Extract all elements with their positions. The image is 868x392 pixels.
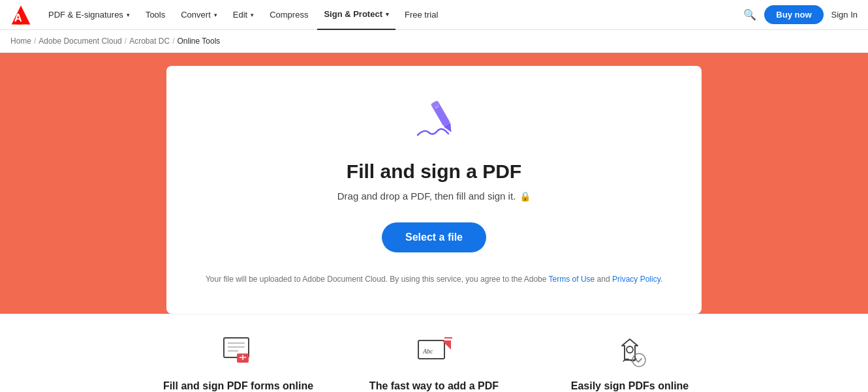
feature-sign-online: Easily sign PDFs online (532, 335, 728, 392)
chevron-down-icon: ▾ (251, 12, 254, 18)
lock-icon: 🔒 (519, 191, 531, 202)
breadcrumb-current: Online Tools (178, 37, 221, 46)
feature-fill-sign-forms: Fill and sign PDF forms online (140, 335, 336, 392)
fill-sign-hero-icon (408, 97, 460, 145)
add-signature-icon: Abc (414, 335, 454, 370)
select-file-button[interactable]: Select a file (382, 222, 486, 252)
nav-item-free-trial[interactable]: Free trial (398, 0, 444, 30)
breadcrumb-acrobat-dc[interactable]: Acrobat DC (129, 37, 170, 46)
sign-in-link[interactable]: Sign In (831, 10, 858, 20)
breadcrumb-sep: / (172, 37, 174, 46)
hero-title: Fill and sign a PDF (347, 160, 521, 183)
nav-item-pdf-esig[interactable]: PDF & E-signatures ▾ (42, 0, 136, 30)
hero-legal-text: Your file will be uploaded to Adobe Docu… (206, 273, 662, 285)
svg-text:Abc: Abc (422, 348, 433, 355)
chevron-down-icon: ▾ (127, 12, 130, 18)
svg-text:A: A (14, 12, 22, 24)
svg-marker-16 (442, 340, 451, 350)
hero-subtitle: Drag and drop a PDF, then fill and sign … (337, 190, 531, 202)
privacy-policy-link[interactable]: Privacy Policy (612, 275, 660, 284)
hero-wrapper: Fill and sign a PDF Drag and drop a PDF,… (0, 53, 868, 314)
feature-add-signature: Abc The fast way to add a PDF signature (336, 335, 532, 392)
chevron-down-icon: ▾ (214, 12, 217, 18)
search-icon[interactable]: 🔍 (743, 8, 756, 21)
breadcrumb: Home / Adobe Document Cloud / Acrobat DC… (0, 30, 868, 53)
navbar: A PDF & E-signatures ▾ Tools Convert ▾ E… (0, 0, 868, 30)
nav-item-compress[interactable]: Compress (263, 0, 315, 30)
nav-item-edit[interactable]: Edit ▾ (226, 0, 260, 30)
feature-title-fill-sign: Fill and sign PDF forms online (163, 380, 313, 392)
terms-of-use-link[interactable]: Terms of Use (549, 275, 595, 284)
breadcrumb-document-cloud[interactable]: Adobe Document Cloud (39, 37, 121, 46)
features-row: Fill and sign PDF forms online Abc The f… (0, 314, 868, 392)
nav-item-tools[interactable]: Tools (139, 0, 172, 30)
chevron-down-icon: ▾ (386, 11, 389, 18)
nav-item-sign-protect[interactable]: Sign & Protect ▾ (317, 0, 395, 30)
nav-item-convert[interactable]: Convert ▾ (174, 0, 224, 30)
hero-card: Fill and sign a PDF Drag and drop a PDF,… (166, 66, 702, 314)
svg-point-18 (627, 346, 633, 353)
fill-sign-forms-icon (219, 335, 258, 370)
feature-title-sign-online: Easily sign PDFs online (571, 380, 689, 392)
breadcrumb-sep: / (125, 37, 127, 46)
buy-now-button[interactable]: Buy now (764, 5, 823, 24)
breadcrumb-sep: / (34, 37, 36, 46)
breadcrumb-home[interactable]: Home (10, 37, 31, 46)
sign-online-icon (610, 335, 649, 370)
adobe-logo[interactable]: A (10, 5, 31, 25)
feature-title-add-sig: The fast way to add a PDF signature (352, 380, 516, 392)
nav-right: 🔍 Buy now Sign In (743, 5, 858, 24)
